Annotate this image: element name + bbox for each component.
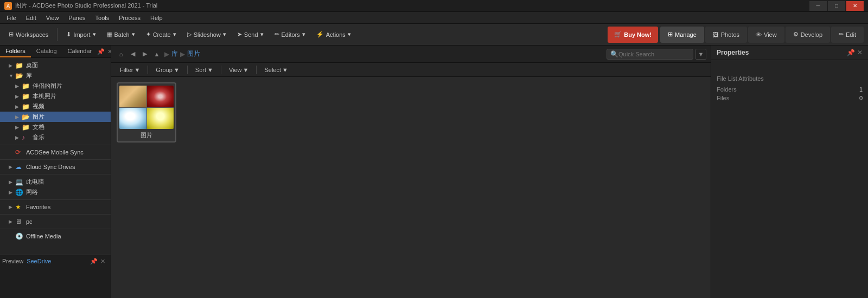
right-panel-header: Properties 📌 ✕: [711, 46, 868, 60]
search-icon: 🔍: [610, 50, 618, 58]
preview-close-button[interactable]: ✕: [99, 257, 106, 265]
right-panel-controls: 📌 ✕: [847, 49, 863, 56]
send-button[interactable]: ➤ Send ▾: [233, 26, 268, 43]
toolbar-right: 🛒 Buy Now! ⊞ Manage 🖼 Photos 👁 View ⚙ De…: [608, 27, 864, 43]
tree-item-offline-media[interactable]: 💿 Offline Media: [0, 231, 111, 241]
photos-tab[interactable]: 🖼 Photos: [705, 27, 747, 43]
tree-label-docs: 文档: [33, 123, 44, 131]
tab-calendar[interactable]: Calendar: [62, 46, 98, 57]
tree-item-network[interactable]: ▶ 🌐 网络: [0, 187, 111, 197]
search-input[interactable]: [618, 51, 689, 57]
actions-icon: ⚡: [316, 31, 324, 38]
attr-row-files: Files 0: [717, 95, 863, 101]
title-bar: A 图片 - ACDSee Photo Studio Professional …: [0, 0, 868, 12]
tree-item-docs[interactable]: ▶ 📁 文档: [0, 122, 111, 132]
workspaces-button[interactable]: ⊞ Workspaces: [4, 26, 53, 43]
cloud-sync-icon: ☁: [15, 163, 24, 171]
create-button[interactable]: ✦ Create ▾: [142, 26, 181, 43]
attr-key-files: Files: [717, 95, 729, 101]
properties-close-button[interactable]: ✕: [857, 49, 863, 56]
up-button[interactable]: ▲: [151, 49, 162, 60]
menu-process[interactable]: Process: [114, 14, 145, 22]
favorites-icon: ★: [15, 203, 24, 211]
preview-title: Preview SeeDrive: [2, 258, 51, 264]
title-bar-left: A 图片 - ACDSee Photo Studio Professional …: [4, 2, 157, 10]
view-mode-button[interactable]: View ▼: [225, 66, 253, 74]
tree-item-partner-pics[interactable]: ▶ 📁 伴侣的图片: [0, 81, 111, 91]
toolbar: ⊞ Workspaces ⬇ Import ▾ ▦ Batch ▾ ✦ Crea…: [0, 24, 868, 46]
tree-label-pictures: 图片: [33, 113, 44, 121]
tree-separator-3: [0, 174, 111, 174]
forward-button[interactable]: ▶: [139, 49, 150, 60]
menu-edit[interactable]: Edit: [22, 14, 41, 22]
collage-cell-2: [147, 86, 174, 107]
maximize-button[interactable]: □: [828, 1, 845, 11]
tree-label-local-photos: 本机照片: [33, 92, 56, 100]
search-filter-button[interactable]: ▼: [695, 49, 706, 60]
editors-icon: ✏: [275, 31, 279, 38]
view-tab[interactable]: 👁 View: [748, 27, 784, 43]
folder-item-pictures[interactable]: 图片: [117, 82, 176, 142]
properties-pin-button[interactable]: 📌: [847, 49, 855, 56]
panel-pin-button[interactable]: 📌: [97, 48, 105, 55]
folder-thumbnail: [119, 86, 174, 129]
home-button[interactable]: ⌂: [116, 49, 126, 60]
folder-tree: ▶ 📁 桌面 ▼ 📂 库 ▶ 📁 伴侣的图片: [0, 58, 111, 255]
create-arrow-icon: ▾: [173, 31, 176, 38]
tab-catalog[interactable]: Catalog: [31, 46, 62, 57]
filter-button[interactable]: Filter ▼: [116, 66, 144, 74]
editors-button[interactable]: ✏ Editors ▾: [270, 26, 310, 43]
tab-folders[interactable]: Folders: [0, 46, 31, 57]
filter-arrow-icon: ▼: [134, 67, 140, 73]
collage-cell-4: [147, 108, 174, 129]
disc-icon: 💿: [15, 232, 24, 240]
menu-panes[interactable]: Panes: [64, 14, 90, 22]
tree-item-music[interactable]: ▶ ♪ 音乐: [0, 132, 111, 142]
group-button[interactable]: Group ▼: [151, 66, 183, 74]
minimize-button[interactable]: ─: [809, 1, 827, 11]
flower-yellow-image: [147, 108, 174, 129]
tree-item-library[interactable]: ▼ 📂 库: [0, 70, 111, 81]
app-icon: A: [4, 2, 12, 10]
tree-item-desktop[interactable]: ▶ 📁 桌面: [0, 60, 111, 70]
select-arrow-icon: ▼: [282, 67, 288, 73]
menu-tools[interactable]: Tools: [91, 14, 114, 22]
buy-now-button[interactable]: 🛒 Buy Now!: [608, 27, 658, 43]
right-panel: Properties 📌 ✕ File List Attributes Fold…: [711, 46, 868, 298]
breadcrumb-sep-2: ▶: [180, 50, 185, 58]
back-button[interactable]: ◀: [127, 49, 138, 60]
batch-button[interactable]: ▦ Batch ▾: [103, 26, 139, 43]
breadcrumb-library[interactable]: 库: [171, 49, 178, 59]
menu-bar: File Edit View Panes Tools Process Help: [0, 12, 868, 24]
menu-help[interactable]: Help: [146, 14, 167, 22]
search-input-wrap: 🔍: [607, 49, 693, 60]
tree-item-pictures[interactable]: ▶ 📂 图片: [0, 112, 111, 122]
tree-item-video[interactable]: ▶ 📁 视频: [0, 101, 111, 112]
slideshow-button[interactable]: ▷ Slideshow ▾: [183, 26, 231, 43]
tree-item-mobile-sync[interactable]: ⟳ ACDSee Mobile Sync: [0, 147, 111, 157]
sort-button[interactable]: Sort ▼: [191, 66, 218, 74]
tree-item-pc[interactable]: ▶ 🖥 pc: [0, 217, 111, 226]
tree-item-favorites[interactable]: ▶ ★ Favorites: [0, 202, 111, 212]
breadcrumb-pictures[interactable]: 图片: [187, 49, 200, 59]
menu-view[interactable]: View: [42, 14, 63, 22]
close-button[interactable]: ✕: [846, 1, 864, 11]
develop-tab[interactable]: ⚙ Develop: [786, 27, 830, 43]
select-button[interactable]: Select ▼: [260, 66, 292, 74]
folder-icon-pictures: 📂: [22, 113, 30, 121]
group-arrow-icon: ▼: [174, 67, 180, 73]
tree-item-cloud-sync[interactable]: ▶ ☁ Cloud Sync Drives: [0, 162, 111, 172]
tree-item-this-pc[interactable]: ▶ 💻 此电脑: [0, 177, 111, 187]
import-button[interactable]: ⬇ Import ▾: [62, 26, 100, 43]
tree-item-local-photos[interactable]: ▶ 📁 本机照片: [0, 91, 111, 101]
manage-tab[interactable]: ⊞ Manage: [660, 27, 704, 43]
menu-file[interactable]: File: [2, 14, 21, 22]
tree-label-music: 音乐: [33, 133, 44, 141]
preview-pin-button[interactable]: 📌: [90, 257, 98, 265]
edit-tab[interactable]: ✏ Edit: [831, 27, 864, 43]
computer-icon: 💻: [15, 178, 24, 186]
breadcrumb-sep-1: ▶: [164, 50, 169, 58]
tree-label-partner-pics: 伴侣的图片: [33, 82, 62, 90]
actions-button[interactable]: ⚡ Actions ▾: [312, 26, 355, 43]
slideshow-icon: ▷: [187, 31, 192, 38]
